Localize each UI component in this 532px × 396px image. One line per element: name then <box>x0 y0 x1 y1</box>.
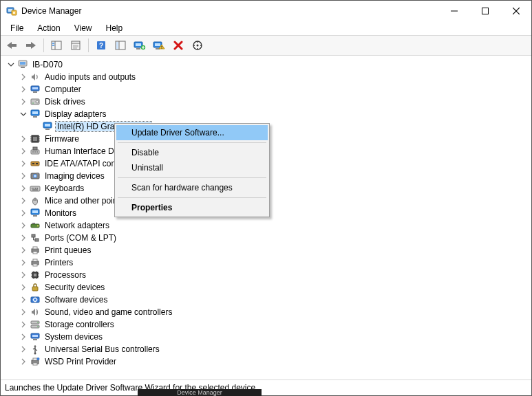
printer-icon <box>30 257 41 268</box>
tree-category[interactable]: Mice and other pointing devices <box>19 195 531 207</box>
computer-icon <box>30 84 41 95</box>
tree-category[interactable]: Security devices <box>19 281 531 294</box>
svg-point-112 <box>34 353 36 355</box>
computer-icon <box>17 59 28 70</box>
svg-rect-45 <box>32 111 38 114</box>
tree-category[interactable]: Audio inputs and outputs <box>19 71 531 83</box>
cm-disable[interactable]: Disable <box>116 145 268 160</box>
uninstall-device-button[interactable] <box>170 38 187 53</box>
svg-rect-8 <box>12 44 17 47</box>
tree-category[interactable]: Ports (COM & LPT) <box>19 232 531 244</box>
svg-rect-13 <box>52 45 54 46</box>
cm-uninstall[interactable]: Uninstall <box>116 160 268 175</box>
taskbar-fragment: Device Manager <box>138 389 262 396</box>
help-button[interactable]: ? <box>93 38 109 53</box>
expand-icon[interactable] <box>19 72 28 82</box>
expand-icon[interactable] <box>19 307 28 317</box>
back-button[interactable] <box>3 38 20 53</box>
minimize-button[interactable] <box>438 1 469 21</box>
svg-rect-37 <box>21 67 25 68</box>
tree-root[interactable]: IB-D070 <box>6 58 531 71</box>
svg-rect-63 <box>31 162 39 166</box>
menu-view[interactable]: View <box>67 22 99 34</box>
tree-category[interactable]: System devices <box>19 331 531 343</box>
svg-rect-40 <box>33 91 37 93</box>
cm-properties[interactable]: Properties <box>116 200 268 215</box>
tree-category[interactable]: Computer <box>19 83 531 96</box>
expand-icon[interactable] <box>19 159 28 168</box>
tree-category-label: System devices <box>43 332 104 342</box>
tree-category[interactable]: Disk drives <box>19 96 531 108</box>
expand-icon[interactable] <box>19 258 28 267</box>
cm-scan[interactable]: Scan for hardware changes <box>116 180 268 195</box>
svg-rect-80 <box>33 215 37 217</box>
tree-category[interactable]: Firmware <box>19 133 531 145</box>
tree-category[interactable]: Printers <box>19 256 531 269</box>
tree-device[interactable]: Intel(R) HD Graphics 530 <box>31 120 531 133</box>
tree-category-label: Keyboards <box>43 184 85 193</box>
tree-category[interactable]: IDE ATA/ATAPI controllers <box>19 157 531 170</box>
menu-file[interactable]: File <box>3 22 30 34</box>
tree-category[interactable]: Display adapters <box>19 108 531 120</box>
expand-icon[interactable] <box>19 97 28 107</box>
svg-rect-71 <box>34 188 35 189</box>
close-button[interactable] <box>500 1 531 21</box>
show-hide-console-tree-button[interactable] <box>48 38 65 53</box>
tree-category[interactable]: Storage controllers <box>19 318 531 331</box>
svg-point-34 <box>197 45 199 47</box>
scan-hardware-button[interactable] <box>189 38 206 53</box>
expand-icon[interactable] <box>19 320 28 329</box>
firmware-icon <box>30 133 41 144</box>
svg-rect-23 <box>116 42 118 49</box>
svg-rect-9 <box>26 44 31 47</box>
expand-icon[interactable] <box>19 134 28 144</box>
expand-icon[interactable] <box>19 245 28 255</box>
maximize-button[interactable] <box>469 1 500 21</box>
expand-icon[interactable] <box>19 184 28 193</box>
svg-rect-65 <box>36 163 38 164</box>
expand-icon[interactable] <box>19 270 28 280</box>
collapse-icon[interactable] <box>19 109 28 119</box>
action-list-button[interactable] <box>112 38 129 53</box>
tree-category[interactable]: Imaging devices <box>19 170 531 182</box>
toolbar: ? <box>1 35 531 56</box>
disable-device-button[interactable] <box>151 38 167 53</box>
tree-category[interactable]: Network adapters <box>19 219 531 232</box>
tree-category[interactable]: Processors <box>19 269 531 281</box>
svg-point-42 <box>36 100 39 103</box>
menu-help[interactable]: Help <box>99 22 130 34</box>
expand-icon[interactable] <box>19 233 28 243</box>
ide-icon <box>30 158 41 169</box>
tree-category[interactable]: WSD Print Provider <box>19 355 531 368</box>
tree-category[interactable]: Keyboards <box>19 182 531 195</box>
svg-rect-79 <box>32 210 38 213</box>
tree-category[interactable]: Software devices <box>19 294 531 306</box>
tree-category[interactable]: Monitors <box>19 207 531 219</box>
expand-icon[interactable] <box>19 85 28 94</box>
expand-icon[interactable] <box>19 146 28 156</box>
svg-rect-26 <box>136 48 140 50</box>
device-tree[interactable]: IB-D070 Audio inputs and outputsComputer… <box>1 56 531 380</box>
tree-category[interactable]: Print queues <box>19 244 531 256</box>
svg-rect-111 <box>33 339 37 340</box>
expand-icon[interactable] <box>19 283 28 292</box>
expand-icon[interactable] <box>19 332 28 342</box>
forward-button[interactable] <box>23 38 39 53</box>
expand-icon[interactable] <box>19 208 28 218</box>
expand-icon[interactable] <box>19 357 28 366</box>
tree-category[interactable]: Human Interface Devices <box>19 145 531 157</box>
expand-icon[interactable] <box>19 344 28 354</box>
expand-icon[interactable] <box>19 221 28 230</box>
expand-icon[interactable] <box>19 171 28 181</box>
cm-update-driver[interactable]: Update Driver Software... <box>116 125 268 140</box>
tree-category[interactable]: Sound, video and game controllers <box>19 306 531 318</box>
tree-category[interactable]: Universal Serial Bus controllers <box>19 343 531 355</box>
expand-icon[interactable] <box>19 295 28 305</box>
update-driver-button[interactable] <box>131 38 148 53</box>
svg-rect-12 <box>52 43 54 44</box>
properties-button[interactable] <box>67 38 84 53</box>
svg-rect-64 <box>32 163 34 164</box>
expand-icon[interactable] <box>19 196 28 206</box>
collapse-icon[interactable] <box>6 60 16 69</box>
menu-action[interactable]: Action <box>30 22 67 34</box>
